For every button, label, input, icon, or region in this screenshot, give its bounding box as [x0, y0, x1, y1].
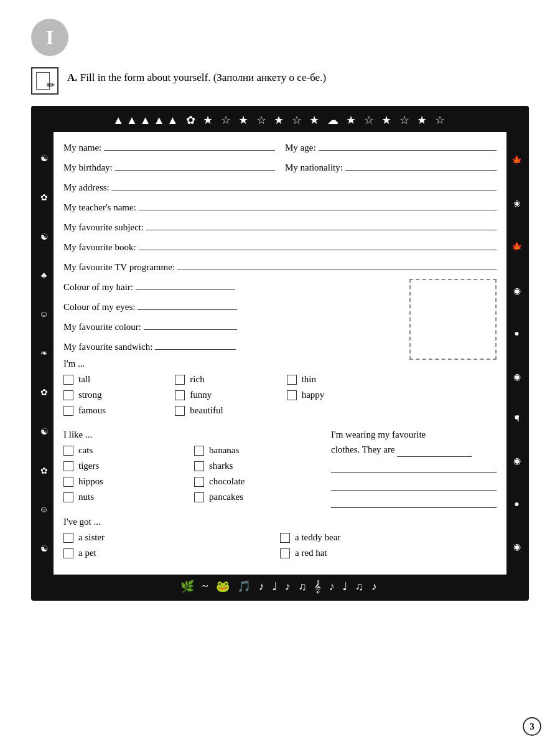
row-eyes: Colour of my eyes: — [63, 299, 398, 312]
checkbox-redhat-box[interactable] — [280, 548, 290, 558]
checkbox-nuts: nuts — [63, 492, 194, 502]
ive-got-grid: a sister a pet a teddy bear — [63, 532, 497, 558]
notebook-icon — [31, 67, 58, 95]
my-nationality-input[interactable] — [345, 159, 497, 171]
checkbox-thin-label: thin — [302, 374, 316, 385]
deco-left-sym1: ☯ — [39, 153, 49, 163]
my-birthday-label: My birthday: — [63, 162, 113, 173]
eyes-label: Colour of my eyes: — [63, 302, 135, 312]
checkbox-happy-box[interactable] — [287, 390, 297, 400]
checkbox-funny-box[interactable] — [175, 390, 185, 400]
checkbox-funny-label: funny — [190, 390, 212, 400]
hair-input[interactable] — [136, 279, 235, 290]
sandwich-input[interactable] — [155, 339, 236, 350]
my-nationality-label: My nationality: — [285, 162, 343, 173]
hair-label: Colour of my hair: — [63, 282, 133, 293]
checkbox-rich-box[interactable] — [175, 375, 185, 385]
row-tv: My favourite TV programme: — [63, 259, 497, 273]
wearing-line3[interactable] — [331, 477, 497, 491]
checkbox-pancakes-label: pancakes — [209, 492, 243, 502]
checkbox-sister-box[interactable] — [63, 533, 73, 543]
checkbox-beautiful-box[interactable] — [175, 406, 185, 416]
checkbox-sister: a sister — [63, 532, 280, 543]
deco-right-sym10: ◉ — [511, 542, 521, 552]
colour-input[interactable] — [144, 319, 237, 330]
checkbox-rich-label: rich — [190, 374, 204, 385]
checkbox-chocolate-box[interactable] — [194, 477, 204, 487]
wearing-extra-lines — [331, 459, 497, 508]
deco-left-sym3: ☯ — [39, 232, 49, 242]
my-age-input[interactable] — [319, 139, 497, 151]
checkbox-nuts-box[interactable] — [63, 492, 73, 502]
checkbox-sharks-box[interactable] — [194, 461, 204, 471]
checkbox-chocolate-label: chocolate — [209, 476, 245, 487]
checkbox-pancakes: pancakes — [194, 492, 325, 502]
deco-right-sym9: ● — [511, 499, 521, 509]
my-book-input[interactable] — [139, 239, 497, 250]
my-tv-input[interactable] — [177, 259, 497, 270]
i-like-grid: cats tigers hippos — [63, 445, 325, 502]
deco-left-sym7: ✿ — [39, 387, 49, 397]
checkbox-thin: thin — [287, 374, 398, 385]
my-name-label: My name: — [63, 143, 101, 153]
eyes-input[interactable] — [138, 299, 237, 310]
wearing-section: I'm wearing my favourite clothes. They a… — [331, 427, 497, 512]
checkbox-thin-box[interactable] — [287, 375, 297, 385]
checkbox-sharks: sharks — [194, 461, 325, 471]
checkbox-teddy: a teddy bear — [280, 532, 497, 543]
instruction-letter: A. — [67, 72, 78, 83]
checkbox-cats-box[interactable] — [63, 446, 73, 456]
row-birthday-nationality: My birthday: My nationality: — [63, 159, 497, 173]
checkbox-strong-box[interactable] — [63, 390, 73, 400]
deco-right-sym4: ◉ — [511, 286, 521, 296]
im-col3: thin happy — [287, 374, 398, 416]
my-name-input[interactable] — [104, 139, 275, 151]
my-subject-input[interactable] — [146, 219, 497, 230]
wearing-line2[interactable] — [331, 459, 497, 473]
row-colour: My favourite colour: — [63, 319, 398, 332]
checkbox-tigers-box[interactable] — [63, 461, 73, 471]
im-section-title: I'm ... — [63, 359, 398, 369]
my-birthday-input[interactable] — [115, 159, 275, 171]
checkbox-pet-box[interactable] — [63, 548, 73, 558]
ive-got-section: I've got ... a sister a pet — [63, 517, 497, 558]
page: I A. Fill in the form about yourself. (З… — [0, 0, 560, 747]
checkbox-beautiful-label: beautiful — [190, 405, 223, 416]
deco-right-sym8: ◉ — [511, 456, 521, 466]
deco-left-sym10: ☺ — [39, 505, 49, 514]
wearing-line4[interactable] — [331, 494, 497, 508]
deco-left: ☯ ✿ ☯ ♣ ☺ ❧ ✿ ☯ ✿ ☺ ☯ — [34, 132, 54, 575]
page-number: 3 — [523, 717, 541, 736]
my-age-label: My age: — [285, 143, 316, 153]
checkbox-famous-box[interactable] — [63, 406, 73, 416]
deco-right-sym6: ◉ — [511, 372, 521, 382]
im-checkbox-grid: tall strong famous — [63, 374, 398, 416]
checkbox-bananas-box[interactable] — [194, 446, 204, 456]
field-my-name: My name: — [63, 139, 275, 153]
deco-left-sym4: ♣ — [39, 271, 49, 280]
checkbox-sharks-label: sharks — [209, 461, 233, 471]
stamp-box — [409, 279, 497, 360]
checkbox-redhat-label: a red hat — [295, 548, 327, 558]
my-teacher-label: My teacher's name: — [63, 202, 136, 213]
my-teacher-input[interactable] — [139, 199, 497, 210]
sandwich-label: My favourite sandwich: — [63, 342, 152, 352]
deco-left-sym8: ☯ — [39, 426, 49, 436]
i-like-title: I like ... — [63, 430, 325, 440]
deco-left-sym6: ❧ — [39, 348, 49, 358]
deco-right: 🍁 ❀ 🍁 ◉ ● ◉ ☛ ◉ ● ◉ — [506, 132, 526, 575]
my-address-input[interactable] — [112, 179, 497, 190]
deco-right-sym2: ❀ — [511, 199, 521, 209]
row-teacher: My teacher's name: — [63, 199, 497, 213]
checkbox-hippos-box[interactable] — [63, 477, 73, 487]
checkbox-pancakes-box[interactable] — [194, 492, 204, 502]
checkbox-teddy-box[interactable] — [280, 533, 290, 543]
field-my-age: My age: — [285, 139, 497, 153]
checkbox-tigers-label: tigers — [78, 461, 99, 471]
my-address-label: My address: — [63, 182, 110, 193]
wearing-line1-input[interactable] — [397, 446, 472, 457]
checkbox-tall-box[interactable] — [63, 375, 73, 385]
checkbox-hippos-label: hippos — [78, 476, 103, 487]
colour-label: My favourite colour: — [63, 322, 141, 332]
im-col1: tall strong famous — [63, 374, 175, 416]
